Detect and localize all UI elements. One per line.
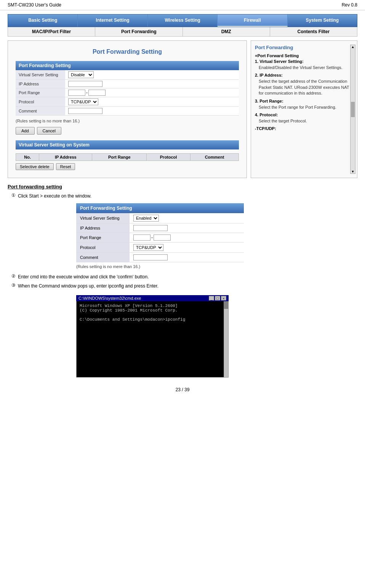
ip-address-input[interactable] <box>68 81 102 87</box>
second-port-end[interactable] <box>154 235 171 241</box>
cmd-line-2: (C) Copyright 1985-2001 Microsoft Corp. <box>80 308 220 313</box>
step-2-3-section: ② Enter cmd into the execute window and … <box>8 273 357 289</box>
subnav-mac[interactable]: MAC/IP/Port Filter <box>8 27 95 36</box>
cmd-minimize-btn[interactable]: _ <box>209 296 214 300</box>
form-label-port: Port Range <box>16 88 65 97</box>
col-ip: IP Address <box>39 154 92 161</box>
help-pfs-title: +Port Forward Setting <box>255 53 353 58</box>
second-form-row-comment: Comment <box>76 253 244 262</box>
form-row-comment: Comment <box>16 107 239 116</box>
nav-bar: Basic Setting Internet Setting Wireless … <box>8 14 357 27</box>
header-right: Rev 0.8 <box>342 2 357 8</box>
help-item-2-text: Select the target address of the Communi… <box>255 79 353 96</box>
second-form-label-ip: IP Address <box>76 223 130 233</box>
subnav-dmz[interactable]: DMZ <box>183 27 270 36</box>
second-protocol-select[interactable]: TCP&UDP TCP UDP <box>133 244 163 251</box>
vs-system-table: No. IP Address Port Range Protocol Comme… <box>16 153 239 161</box>
form-field-vs: Disable Enabled <box>65 70 239 80</box>
second-form-row-vs: Virtual Server Setting Enabled Disable <box>76 213 244 223</box>
help-tcpudp: -TCP/UDP: <box>255 126 353 131</box>
help-item-4: 4. Protocol: Select the target Protocol. <box>255 112 353 124</box>
help-section-main: +Port Forward Setting 1. Virtual Server … <box>255 53 353 131</box>
second-form-field-protocol: TCP&UDP TCP UDP <box>130 243 244 253</box>
nav-item-basic[interactable]: Basic Setting <box>8 14 78 27</box>
col-no: No. <box>16 154 39 161</box>
nav-item-wireless[interactable]: Wireless Setting <box>148 14 218 27</box>
second-form-row-port: Port Range - <box>76 233 244 243</box>
cmd-title: C:\WINDOWS\system32\cmd.exe <box>78 296 141 300</box>
col-port: Port Range <box>92 154 147 161</box>
help-item-3-text: Select the Port range for Port Forwardin… <box>255 104 353 110</box>
comment-input[interactable] <box>68 108 102 114</box>
step-3-text: When the Command window pops up, enter i… <box>18 283 158 289</box>
form-field-port: - <box>65 88 239 97</box>
port-range-start[interactable] <box>68 90 85 96</box>
step-1-num: ① <box>11 193 16 198</box>
nav-item-system[interactable]: System Setting <box>288 14 357 27</box>
vs-table-header: Virtual Server Setting on System <box>16 140 239 149</box>
subnav-portfwd[interactable]: Port Forwarding <box>95 27 182 36</box>
step-1-text: Click Start > execute on the window. <box>18 193 91 199</box>
left-panel: Port Forwarding Setting Port Forwarding … <box>8 40 247 178</box>
btn-group: Add Cancel <box>16 127 239 135</box>
cancel-button[interactable]: Cancel <box>37 127 61 135</box>
vs-setting-select[interactable]: Disable Enabled <box>68 71 94 78</box>
step-2-num: ② <box>11 273 16 279</box>
nav-item-internet[interactable]: Internet Setting <box>78 14 147 27</box>
form-table-header: Port Forwarding Setting <box>16 61 239 70</box>
scrollbar[interactable]: ▲ ▼ <box>350 45 355 174</box>
add-button[interactable]: Add <box>16 127 35 135</box>
cmd-wrapper: C:\WINDOWS\system32\cmd.exe _ □ × Micros… <box>76 295 229 378</box>
cmd-line-3 <box>80 313 220 317</box>
second-form-header: Port Forwarding Setting <box>76 203 244 213</box>
instructions-section: Port forwarding setting ① Click Start > … <box>8 184 357 199</box>
header-left: SMT-CW230 User's Guide <box>8 2 61 8</box>
step-3-num: ③ <box>11 283 16 288</box>
second-port-start[interactable] <box>133 235 150 241</box>
second-form-row-ip: IP Address <box>76 223 244 233</box>
scroll-up-arrow: ▲ <box>351 45 355 49</box>
cmd-maximize-btn[interactable]: □ <box>215 296 220 300</box>
second-form-field-port: - <box>130 233 244 243</box>
form-label-vs: Virtual Server Setting <box>16 70 65 80</box>
step-3: ③ When the Command window pops up, enter… <box>8 283 357 289</box>
cmd-line-1: Microsoft Windows XP [Version 5.1.2600] <box>80 304 220 308</box>
second-form-label-comment: Comment <box>76 253 130 262</box>
right-panel: Port Forwarding +Port Forward Setting 1.… <box>251 40 357 178</box>
port-range-end[interactable] <box>88 90 106 96</box>
port-forwarding-form-table: Port Forwarding Setting Virtual Server S… <box>16 61 239 116</box>
page-footer: 23 / 39 <box>0 383 365 396</box>
selective-delete-button[interactable]: Selective delete <box>16 163 54 170</box>
reset-button[interactable]: Reset <box>56 163 75 170</box>
scroll-thumb <box>351 102 355 117</box>
protocol-select[interactable]: TCP&UDP TCP UDP <box>68 98 98 105</box>
form-row-ip: IP Address <box>16 80 239 88</box>
second-ip-input[interactable] <box>133 225 168 231</box>
nav-item-firewall[interactable]: Firewall <box>218 14 287 27</box>
subnav-contents[interactable]: Contents Filter <box>270 27 357 36</box>
scroll-down-arrow: ▼ <box>351 170 355 174</box>
help-item-4-title: 4. Protocol: <box>255 112 353 117</box>
instructions-heading: Port forwarding setting <box>8 184 357 190</box>
help-item-2-title: 2. IP Address: <box>255 73 353 77</box>
cmd-scrollbar[interactable] <box>224 301 228 377</box>
form-field-comment <box>65 107 239 116</box>
panel-title: Port Forwarding Setting <box>16 48 239 55</box>
page-header: SMT-CW230 User's Guide Rev 0.8 <box>0 0 365 10</box>
form-label-comment: Comment <box>16 107 65 116</box>
second-comment-input[interactable] <box>133 254 168 260</box>
second-vs-select[interactable]: Enabled Disable <box>133 215 159 222</box>
page-number: 23 / 39 <box>176 387 190 392</box>
cmd-line-4: C:\Documents and Settings\modacon>ipconf… <box>80 317 220 322</box>
second-form-field-ip <box>130 223 244 233</box>
second-form-label-vs: Virtual Server Setting <box>76 213 130 223</box>
cmd-close-btn[interactable]: × <box>221 296 226 300</box>
form-field-protocol: TCP&UDP TCP UDP <box>65 97 239 107</box>
step-1: ① Click Start > execute on the window. <box>8 193 357 199</box>
vs-table-wrapper: Virtual Server Setting on System <box>16 140 239 149</box>
form-row-port: Port Range - <box>16 88 239 97</box>
second-form-label-port: Port Range <box>76 233 130 243</box>
step-2: ② Enter cmd into the execute window and … <box>8 273 357 280</box>
second-form-field-vs: Enabled Disable <box>130 213 244 223</box>
second-form-label-protocol: Protocol <box>76 243 130 253</box>
